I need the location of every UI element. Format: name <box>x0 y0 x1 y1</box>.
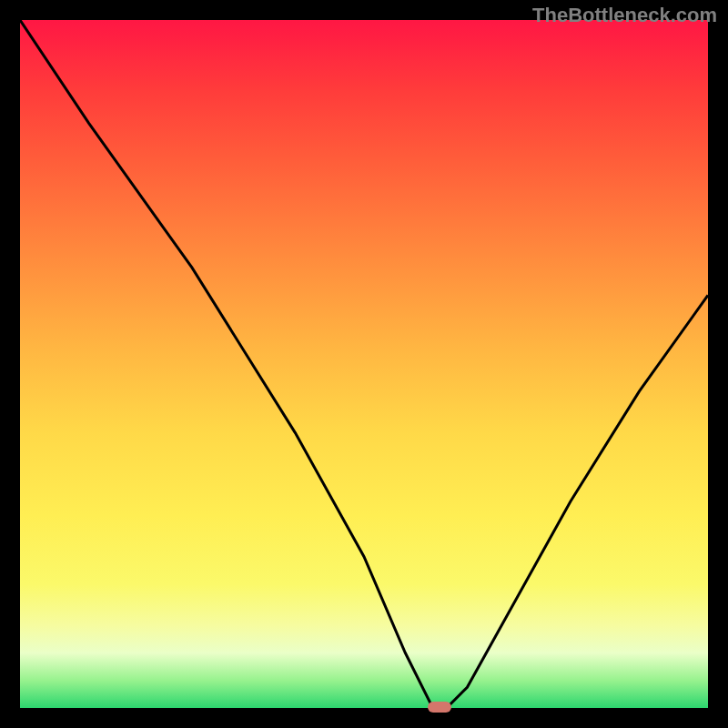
bottleneck-curve <box>20 20 708 708</box>
watermark-text: TheBottleneck.com <box>532 4 717 27</box>
optimal-marker <box>428 702 451 713</box>
plot-area <box>20 20 708 708</box>
chart-container: TheBottleneck.com <box>0 0 728 728</box>
